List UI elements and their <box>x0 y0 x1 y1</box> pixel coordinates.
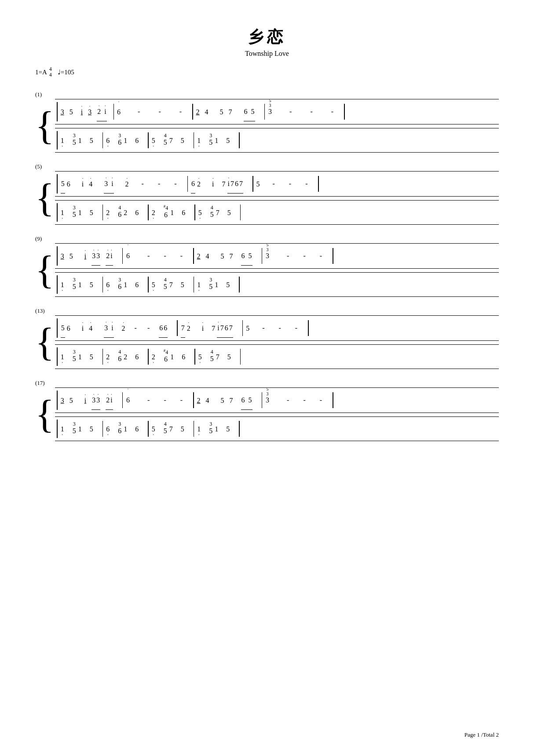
note-group-65: 6 5 <box>244 102 255 121</box>
upper-staff-9: 3 5 ·i ·3 ·3 ·2 ·i · 6 --- <box>55 243 499 269</box>
low-1: ·1 <box>61 131 64 150</box>
section-label-17: (17) <box>35 380 499 387</box>
n-5-final: 5 <box>256 175 260 193</box>
ug-3i: ·3 ·i <box>104 174 113 194</box>
barline-3 <box>264 104 265 120</box>
note-3: 3 <box>61 102 64 121</box>
dash-3: - <box>179 108 182 116</box>
lower-staff-9: ·1 35 1 5 ·6 36 1 6 ·5 45 7 <box>55 272 499 297</box>
low-5b: ·5 <box>152 131 155 150</box>
n-i-h: ·i <box>82 175 84 193</box>
page-footer: Page 1 /Total 2 <box>465 731 499 738</box>
section-label-13: (13) <box>35 307 499 314</box>
low-1e: 1 <box>215 131 218 150</box>
system-staves-13: 5 6 ·i ·4 ·3 ·i ·2 -- 6 6 <box>55 315 499 369</box>
dash-5: - <box>310 108 312 116</box>
dash-2: - <box>158 108 161 116</box>
system-5: { 5 6 ·i ·4 ·3 ·i ·2 --- <box>35 171 499 225</box>
section-label-1: (1) <box>35 91 499 98</box>
barline-l1 <box>102 132 103 148</box>
barline-l2 <box>148 132 149 148</box>
note-2: 2 <box>196 102 200 121</box>
low-5d: 5 <box>226 131 230 150</box>
n-2: ·2 <box>125 175 129 193</box>
n-4-h: ·4 <box>89 175 92 193</box>
dash-6: - <box>331 108 333 116</box>
barline-end-1 <box>344 104 345 120</box>
dash-4: - <box>289 108 292 116</box>
upper-staff-1: 3 5 · i · 3 ·2 ·i <box>55 99 499 124</box>
n-2h: ·2 <box>197 175 201 193</box>
system-brace-1: { <box>35 99 55 153</box>
low-frac-57: 4 5 <box>164 133 167 146</box>
page-title: 乡恋 <box>35 26 499 48</box>
system-brace-5: { <box>35 171 55 225</box>
section-label-9: (9) <box>35 235 499 242</box>
page-subtitle: Township Love <box>35 50 499 58</box>
low-7: 7 <box>169 131 173 150</box>
system-1: { 3 5 · i · 3 <box>35 99 499 153</box>
ug-56: 5 <box>61 174 65 194</box>
upper-staff-17: 3 5 ·i ·3 ·3 ·2 ·i · 6 --- <box>55 387 499 413</box>
note-4: 4 <box>205 102 208 121</box>
note-7: 7 <box>229 102 232 121</box>
ug-6: 6 <box>191 174 195 194</box>
system-13: { 5 6 ·i ·4 ·3 ·i ·2 -- 6 <box>35 315 499 369</box>
lower-staff-13: ·1 35 1 5 ·2 46 2 6 ·2 #46 1 <box>55 344 499 369</box>
note-3-high: · 3 <box>88 102 91 121</box>
note-5: 5 <box>69 102 73 121</box>
n-7: 7 <box>222 175 226 193</box>
ug-1767: ·i 7 6 7 <box>227 174 243 194</box>
section-label-5: (5) <box>35 163 499 170</box>
low-6: ·6 <box>106 131 110 150</box>
system-brace-13: { <box>35 315 55 369</box>
tempo-key: 1=A <box>35 69 47 76</box>
low-frac-51b: 3 5 <box>209 133 212 146</box>
bpm-marking: ♩=105 <box>58 68 74 76</box>
barline-l3 <box>194 132 194 148</box>
low-5: 5 <box>90 131 93 150</box>
upper-staff-5: 5 6 ·i ·4 ·3 ·i ·2 --- 6 ·2 <box>55 171 499 197</box>
barline-l-end <box>239 132 240 148</box>
low-1b: 1 <box>78 131 82 150</box>
tempo-line: 1=A 4 4 ♩=105 <box>35 66 499 78</box>
low-6b: 6 <box>135 131 139 150</box>
barline-2 <box>192 104 193 120</box>
low-1c: 1 <box>124 131 127 150</box>
note-6-above: · 6 <box>117 109 121 121</box>
lower-staff-5: ·1 35 1 5 ·2 46 2 6 ·2 #46 <box>55 200 499 225</box>
system-9: { 3 5 ·i ·3 ·3 ·2 ·i · 6 <box>35 243 499 297</box>
note-5b: 5 <box>220 102 223 121</box>
time-signature: 4 4 <box>49 66 52 78</box>
system-brace-9: { <box>35 243 55 297</box>
low-1d: ·1 <box>197 131 201 150</box>
system-staves-9: 3 5 ·i ·3 ·3 ·2 ·i · 6 --- <box>55 243 499 297</box>
system-17: { 3 5 ·i ·3 ·3 ·2 ·i · 6 <box>35 387 499 441</box>
system-staves-5: 5 6 ·i ·4 ·3 ·i ·2 --- 6 ·2 <box>55 171 499 225</box>
note-group-2i: ·2 ·i <box>97 102 106 121</box>
n-ih2: ·i <box>212 175 214 193</box>
low-frac-51: 3 5 <box>73 133 76 146</box>
lower-staff-1: ·1 3 5 1 5 ·6 3 6 1 6 ·5 <box>55 128 499 153</box>
barline <box>113 104 114 120</box>
system-staves-17: 3 5 ·i ·3 ·3 ·2 ·i · 6 --- <box>55 387 499 441</box>
low-frac-61: 3 6 <box>118 133 121 146</box>
low-5c: 5 <box>181 131 184 150</box>
dash-1: - <box>138 108 140 116</box>
lower-staff-17: ·1 35 1 5 ·6 36 1 6 ·5 45 7 <box>55 416 499 441</box>
note-frac-3: 53 3 <box>268 108 272 116</box>
n-6: 6 <box>67 175 70 193</box>
note-i-high: · i <box>81 102 83 121</box>
upper-staff-13: 5 6 ·i ·4 ·3 ·i ·2 -- 6 6 <box>55 315 499 341</box>
system-staves-1: 3 5 · i · 3 ·2 ·i <box>55 99 499 153</box>
system-brace-17: { <box>35 387 55 441</box>
